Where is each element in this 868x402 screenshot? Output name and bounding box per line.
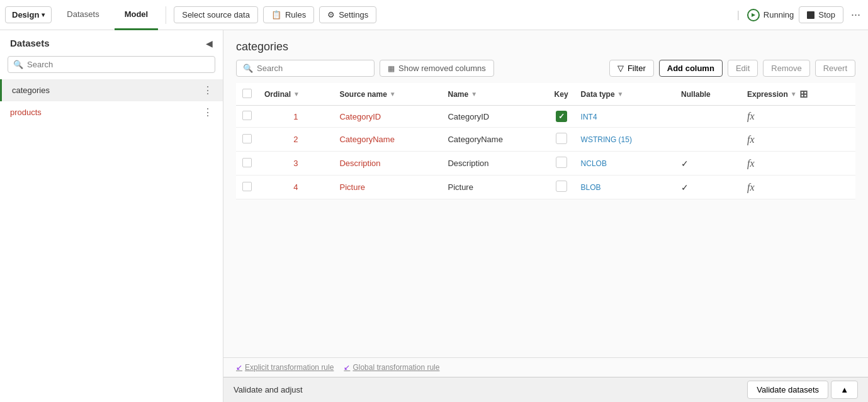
show-removed-button[interactable]: ▦ Show removed columns: [380, 60, 494, 77]
row-3-checkbox-cell[interactable]: [236, 152, 258, 176]
content-search-input[interactable]: [257, 64, 368, 73]
header-select-all[interactable]: [236, 83, 258, 106]
row-3-expression[interactable]: fx: [741, 152, 855, 176]
row-3-source-name: Description: [333, 152, 441, 176]
expression-grid-icon[interactable]: ⊞: [799, 88, 808, 100]
row-1-data-type: INT4: [575, 106, 675, 128]
content-search-wrap: 🔍: [236, 60, 375, 77]
row-4-name: Picture: [441, 176, 548, 199]
pipe-separator: |: [737, 9, 740, 21]
topbar: Design ▾ Datasets Model Select source da…: [0, 0, 868, 30]
header-key: Key: [548, 83, 575, 106]
settings-button[interactable]: ⚙ Settings: [319, 6, 376, 23]
row-1-name: CategoryID: [441, 106, 548, 128]
row-4-key: [548, 176, 575, 199]
filter-icon: ▽: [617, 64, 624, 73]
row-3-checkbox[interactable]: [242, 158, 252, 167]
select-source-label: Select source data: [182, 10, 250, 20]
remove-button[interactable]: Remove: [763, 60, 809, 77]
header-source-name: Source name ▼: [333, 83, 441, 106]
rules-icon: 📋: [271, 10, 281, 20]
tab-datasets[interactable]: Datasets: [57, 0, 109, 30]
row-4-checkbox[interactable]: [242, 182, 252, 191]
data-type-sort-icon[interactable]: ▼: [617, 91, 624, 98]
tab-model[interactable]: Model: [115, 0, 159, 30]
row-4-expression[interactable]: fx: [741, 176, 855, 199]
sidebar-header: Datasets ◀: [0, 30, 223, 56]
source-name-sort-icon[interactable]: ▼: [390, 91, 396, 98]
sidebar-item-menu-products[interactable]: ⋮: [203, 106, 213, 118]
running-indicator: Running: [747, 9, 794, 21]
global-arrow-icon: ↙: [344, 363, 350, 372]
expression-sort-icon[interactable]: ▼: [791, 91, 797, 98]
sidebar-items-list: categories ⋮ products ⋮: [0, 79, 223, 402]
sidebar-item-products[interactable]: products ⋮: [0, 101, 223, 123]
add-column-button[interactable]: Add column: [659, 60, 723, 77]
running-label: Running: [764, 10, 794, 20]
stop-label: Stop: [818, 10, 835, 20]
sidebar-item-label-categories: categories: [12, 86, 50, 95]
explicit-transformation-link[interactable]: ↙ Explicit transformation rule: [236, 363, 334, 372]
more-icon: ···: [851, 8, 860, 21]
table-row: 4 Picture Picture BLOB ✓ fx: [236, 176, 855, 199]
expand-bottom-bar-button[interactable]: ▲: [831, 381, 858, 399]
row-3-key-empty: [556, 157, 567, 168]
filter-button[interactable]: ▽ Filter: [609, 60, 654, 77]
stop-button[interactable]: Stop: [799, 6, 843, 23]
fx-icon: fx: [747, 111, 755, 121]
row-4-data-type: BLOB: [575, 176, 675, 199]
row-4-checkbox-cell[interactable]: [236, 176, 258, 199]
row-1-source-name: CategoryID: [333, 106, 441, 128]
header-nullable: Nullable: [675, 83, 741, 106]
content-search-icon: 🔍: [243, 64, 253, 73]
row-1-expression[interactable]: fx: [741, 106, 855, 128]
content-header: categories 🔍 ▦ Show removed columns ▽ Fi…: [223, 30, 868, 83]
row-1-ordinal: 1: [258, 106, 333, 128]
bottom-bar-right: Validate datasets ▲: [747, 381, 858, 399]
revert-button[interactable]: Revert: [815, 60, 855, 77]
edit-label: Edit: [736, 64, 750, 73]
name-sort-icon[interactable]: ▼: [471, 91, 477, 98]
design-label: Design: [12, 10, 39, 20]
sidebar: Datasets ◀ 🔍 categories ⋮ products ⋮: [0, 30, 223, 402]
edit-button[interactable]: Edit: [728, 60, 758, 77]
row-1-checkbox-cell[interactable]: [236, 106, 258, 128]
sidebar-title: Datasets: [10, 38, 50, 48]
columns-table: Ordinal ▼ Source name ▼: [236, 83, 855, 199]
validate-datasets-button[interactable]: Validate datasets: [747, 381, 828, 399]
select-source-button[interactable]: Select source data: [174, 6, 258, 23]
sidebar-item-label-products: products: [10, 108, 42, 117]
sidebar-search-input[interactable]: [27, 60, 210, 69]
row-4-ordinal: 4: [258, 176, 333, 199]
table-row: 3 Description Description NCLOB ✓ fx: [236, 152, 855, 176]
search-icon: 🔍: [13, 60, 23, 69]
separator: [166, 6, 166, 24]
row-2-key: [548, 128, 575, 152]
row-2-checkbox-cell[interactable]: [236, 128, 258, 152]
select-all-checkbox[interactable]: [242, 89, 252, 98]
rules-button[interactable]: 📋 Rules: [263, 6, 314, 23]
header-name: Name ▼: [441, 83, 548, 106]
row-1-checkbox[interactable]: [242, 111, 252, 120]
header-expression: Expression ▼ ⊞: [741, 83, 855, 106]
table-row: 1 CategoryID CategoryID INT4 fx: [236, 106, 855, 128]
more-button[interactable]: ···: [848, 6, 863, 24]
collapse-sidebar-button[interactable]: ◀: [206, 38, 213, 48]
chevron-down-icon: ▾: [42, 11, 45, 18]
row-1-key-checked: [556, 111, 567, 122]
sidebar-item-menu-categories[interactable]: ⋮: [203, 84, 213, 96]
row-2-name: CategoryName: [441, 128, 548, 152]
row-3-key: [548, 152, 575, 176]
sidebar-item-categories[interactable]: categories ⋮: [0, 79, 223, 101]
global-transformation-link[interactable]: ↙ Global transformation rule: [344, 363, 439, 372]
ordinal-sort-icon[interactable]: ▼: [293, 91, 300, 98]
gear-icon: ⚙: [327, 10, 335, 20]
row-2-checkbox[interactable]: [242, 134, 252, 143]
content-footer: ↙ Explicit transformation rule ↙ Global …: [223, 357, 868, 377]
row-2-key-empty: [556, 133, 567, 144]
row-2-ordinal: 2: [258, 128, 333, 152]
header-ordinal: Ordinal ▼: [258, 83, 333, 106]
table-wrap: Ordinal ▼ Source name ▼: [223, 83, 868, 357]
row-2-expression[interactable]: fx: [741, 128, 855, 152]
design-button[interactable]: Design ▾: [5, 6, 52, 23]
